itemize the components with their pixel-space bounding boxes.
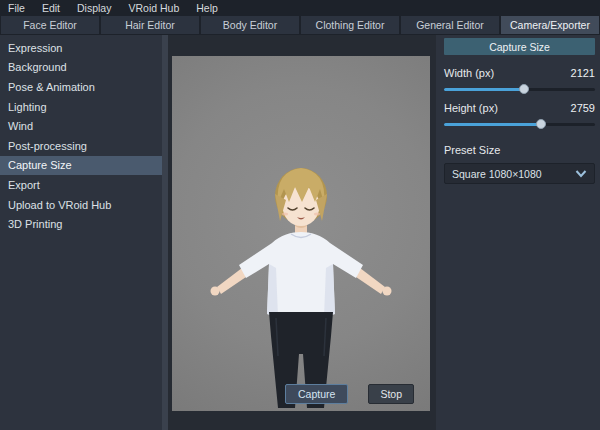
height-slider-handle[interactable]	[536, 119, 546, 129]
sidebar-item-pose-animation[interactable]: Pose & Animation	[0, 77, 162, 97]
height-value[interactable]: 2759	[571, 102, 595, 114]
viewport-frame: Capture Stop	[168, 35, 436, 430]
sidebar-item-wind[interactable]: Wind	[0, 116, 162, 136]
height-row: Height (px) 2759	[444, 102, 595, 114]
sidebar-item-upload-vroid-hub[interactable]: Upload to VRoid Hub	[0, 195, 162, 215]
width-row: Width (px) 2121	[444, 67, 595, 79]
sidebar-item-export[interactable]: Export	[0, 175, 162, 195]
stop-button[interactable]: Stop	[368, 384, 414, 404]
capture-size-panel: Capture Size Width (px) 2121 Height (px)…	[436, 35, 600, 430]
menu-file[interactable]: File	[8, 2, 34, 14]
menu-edit[interactable]: Edit	[42, 2, 69, 14]
tab-body-editor[interactable]: Body Editor	[201, 16, 299, 34]
width-value[interactable]: 2121	[571, 67, 595, 79]
sidebar-item-lighting[interactable]: Lighting	[0, 97, 162, 117]
vroid-studio-window: File Edit Display VRoid Hub Help Face Ed…	[0, 0, 600, 430]
editor-tabbar: Face Editor Hair Editor Body Editor Clot…	[0, 15, 600, 35]
chevron-down-icon	[575, 170, 587, 178]
capture-size-header[interactable]: Capture Size	[444, 38, 595, 55]
preset-size-dropdown[interactable]: Square 1080×1080	[444, 163, 595, 184]
sidebar-item-3d-printing[interactable]: 3D Printing	[0, 214, 162, 234]
content-area: Expression Background Pose & Animation L…	[0, 35, 600, 430]
sidebar-item-background[interactable]: Background	[0, 58, 162, 78]
tab-hair-editor[interactable]: Hair Editor	[101, 16, 199, 34]
sidebar-item-capture-size[interactable]: Capture Size	[0, 156, 162, 176]
character-model	[172, 56, 430, 411]
sidebar-item-post-processing[interactable]: Post-processing	[0, 136, 162, 156]
preset-size-label: Preset Size	[444, 144, 595, 156]
tab-clothing-editor[interactable]: Clothing Editor	[301, 16, 399, 34]
height-slider-fill	[444, 123, 541, 126]
height-slider[interactable]	[444, 117, 595, 131]
width-slider-fill	[444, 88, 524, 91]
menubar: File Edit Display VRoid Hub Help	[0, 0, 600, 15]
3d-viewport[interactable]: Capture Stop	[172, 56, 430, 411]
width-label: Width (px)	[444, 67, 494, 79]
tab-face-editor[interactable]: Face Editor	[1, 16, 99, 34]
menu-vroid-hub[interactable]: VRoid Hub	[128, 2, 188, 14]
tab-general-editor[interactable]: General Editor	[401, 16, 499, 34]
preset-size-value: Square 1080×1080	[452, 168, 542, 180]
width-slider[interactable]	[444, 82, 595, 96]
tab-camera-exporter[interactable]: Camera/Exporter	[501, 16, 599, 34]
sidebar-item-expression[interactable]: Expression	[0, 38, 162, 58]
viewport-button-group: Capture Stop	[285, 384, 414, 404]
height-label: Height (px)	[444, 102, 498, 114]
menu-display[interactable]: Display	[77, 2, 120, 14]
sidebar: Expression Background Pose & Animation L…	[0, 35, 162, 430]
menu-help[interactable]: Help	[196, 2, 227, 14]
capture-button[interactable]: Capture	[285, 384, 348, 404]
width-slider-handle[interactable]	[519, 84, 529, 94]
